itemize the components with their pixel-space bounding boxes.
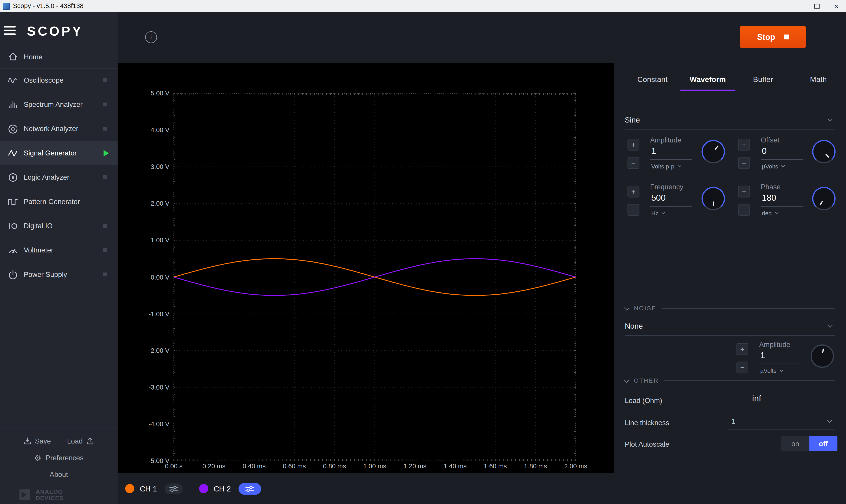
phase-value[interactable]: 180 — [762, 193, 776, 203]
sidebar-item-oscilloscope[interactable]: Oscilloscope — [0, 68, 118, 92]
ch1-color-dot[interactable] — [125, 484, 134, 493]
sidebar-item-pattern-generator[interactable]: Pattern Generator — [0, 189, 118, 214]
noise-amplitude-unit-select[interactable]: µVolts — [760, 367, 783, 374]
chevron-down-icon — [775, 210, 779, 214]
tab-buffer[interactable]: Buffer — [735, 75, 791, 91]
plot-canvas — [118, 63, 614, 473]
value-underline — [761, 206, 803, 206]
offset-value[interactable]: 0 — [762, 146, 767, 156]
tab-waveform[interactable]: Waveform — [680, 75, 735, 91]
phase-unit-select[interactable]: deg — [762, 210, 778, 216]
titlebar: Scopy - v1.5.0 - 438f138 – × — [0, 0, 846, 12]
sidebar-item-voltmeter[interactable]: Voltmeter — [0, 238, 118, 262]
amplitude-unit-select[interactable]: Volts p-p — [651, 163, 681, 169]
sidebar-item-power-supply[interactable]: Power Supply — [0, 262, 118, 287]
load-label: Load — [67, 437, 83, 445]
noise-amplitude-value[interactable]: 1 — [760, 351, 765, 360]
frequency-unit-select[interactable]: Hz — [651, 210, 665, 216]
frequency-knob[interactable] — [699, 184, 727, 213]
stop-button[interactable]: Stop — [740, 26, 806, 48]
noise-amplitude-knob[interactable] — [808, 342, 836, 370]
load-button[interactable]: Load — [67, 436, 95, 445]
stopped-indicator — [103, 127, 107, 131]
noise-amplitude-decrement-button[interactable]: − — [736, 362, 748, 373]
frequency-decrement-button[interactable]: − — [627, 204, 639, 216]
plot-autoscale-label: Plot Autoscale — [625, 440, 669, 448]
sidebar-item-spectrum-analyzer[interactable]: Spectrum Analyzer — [0, 92, 118, 116]
plot-autoscale-toggle: on off — [781, 436, 838, 451]
preferences-label: Preferences — [46, 454, 84, 462]
app-icon — [3, 2, 10, 10]
sidebar-item-signal-generator[interactable]: Signal Generator — [0, 141, 118, 165]
value-underline — [650, 206, 692, 206]
chevron-down-icon — [780, 368, 784, 372]
ch2-settings-button[interactable] — [238, 483, 261, 494]
channel-bar: CH 1 CH 2 — [118, 473, 614, 504]
sidebar-item-label: Power Supply — [24, 270, 67, 278]
sidebar-item-network-analyzer[interactable]: Network Analyzer — [0, 116, 118, 141]
other-section-label: OTHER — [634, 377, 659, 384]
offset-decrement-button[interactable]: − — [738, 157, 750, 169]
save-button[interactable]: Save — [23, 436, 51, 445]
load-icon — [86, 436, 95, 445]
info-icon[interactable]: i — [145, 31, 157, 43]
x-axis-label: 2.00 ms — [555, 462, 596, 470]
noise-section-header[interactable]: NOISE — [625, 305, 835, 311]
panel-tabs: Constant Waveform Buffer Math — [625, 75, 846, 91]
tab-constant[interactable]: Constant — [625, 75, 680, 91]
frequency-value[interactable]: 500 — [651, 193, 665, 203]
amplitude-knob[interactable] — [699, 138, 727, 165]
sidebar-item-home[interactable]: Home — [0, 45, 118, 68]
ch1-label[interactable]: CH 1 — [140, 484, 157, 493]
noise-amplitude-increment-button[interactable]: + — [736, 343, 748, 355]
phase-knob[interactable] — [810, 184, 838, 213]
scopy-logo: SCOPY — [27, 24, 83, 39]
phase-control: + − Phase 180 deg — [735, 182, 839, 221]
phase-decrement-button[interactable]: − — [738, 204, 750, 216]
sidebar-item-logic-analyzer[interactable]: Logic Analyzer — [0, 165, 118, 189]
network-analyzer-icon — [7, 123, 18, 134]
line-thickness-select[interactable]: 1 — [732, 417, 735, 425]
about-link[interactable]: About — [0, 470, 118, 479]
amplitude-value[interactable]: 1 — [651, 146, 656, 156]
close-button[interactable]: × — [827, 0, 846, 12]
x-axis-label: 1.20 ms — [394, 462, 435, 470]
oscilloscope-icon — [7, 75, 18, 86]
chevron-down-icon — [662, 210, 665, 214]
load-value-field[interactable]: inf — [752, 394, 761, 403]
value-underline — [761, 159, 803, 160]
minimize-button[interactable]: – — [788, 0, 807, 12]
wave-type-select[interactable]: Sine — [625, 111, 835, 129]
stopped-indicator — [103, 103, 107, 106]
menu-hamburger-icon[interactable] — [4, 26, 17, 36]
ch2-color-dot[interactable] — [199, 484, 208, 493]
noise-type-select[interactable]: None — [625, 317, 835, 336]
sidebar-item-digital-io[interactable]: Digital IO — [0, 214, 118, 238]
autoscale-on-button[interactable]: on — [781, 436, 809, 451]
autoscale-off-button[interactable]: off — [809, 436, 837, 451]
noise-amplitude-unit: µVolts — [760, 367, 777, 374]
amplitude-decrement-button[interactable]: − — [627, 157, 639, 169]
spectrum-analyzer-icon — [7, 99, 18, 110]
preferences-button[interactable]: ⚙ Preferences — [0, 454, 118, 462]
offset-unit-select[interactable]: µVolts — [762, 163, 785, 169]
offset-increment-button[interactable]: + — [738, 139, 750, 150]
y-axis-label: -4.00 V — [125, 420, 169, 428]
y-axis-label: 3.00 V — [125, 163, 169, 171]
other-section-header[interactable]: OTHER — [625, 377, 835, 384]
maximize-button[interactable] — [807, 0, 827, 12]
waveform-plot[interactable]: 5.00 V4.00 V3.00 V2.00 V1.00 V0.00 V-1.0… — [118, 63, 614, 473]
frequency-increment-button[interactable]: + — [627, 186, 639, 198]
x-axis-label: 0.60 ms — [274, 462, 315, 470]
x-axis-label: 1.40 ms — [434, 462, 475, 470]
ch1-settings-button[interactable] — [164, 483, 183, 494]
sidebar-item-label: Oscilloscope — [24, 76, 64, 84]
tab-math[interactable]: Math — [791, 75, 846, 91]
phase-increment-button[interactable]: + — [738, 186, 750, 198]
offset-knob[interactable] — [810, 138, 838, 165]
window-title: Scopy - v1.5.0 - 438f138 — [13, 2, 84, 10]
ch2-label[interactable]: CH 2 — [214, 484, 231, 493]
chevron-down-icon — [624, 377, 629, 383]
sidebar: SCOPY Home Oscilloscope Spectrum Analyze… — [0, 12, 118, 504]
amplitude-increment-button[interactable]: + — [627, 139, 639, 150]
